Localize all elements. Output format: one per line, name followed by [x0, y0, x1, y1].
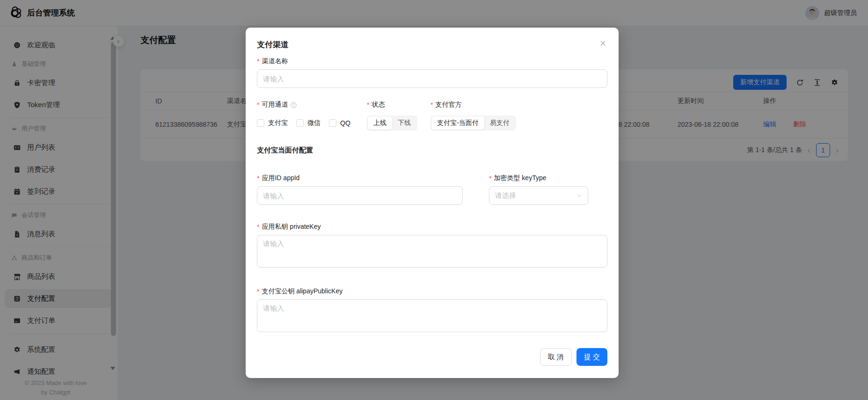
- provider-label: 支付官方: [430, 101, 607, 109]
- alipay-config-section-title: 支付宝当面付配置: [257, 146, 607, 155]
- app-id-input[interactable]: [257, 186, 463, 205]
- provider-option-epay[interactable]: 易支付: [484, 116, 515, 130]
- select-placeholder: 请选择: [495, 191, 516, 200]
- channel-name-input[interactable]: [257, 69, 607, 88]
- question-circle-icon[interactable]: [290, 102, 297, 109]
- status-label: 状态: [367, 101, 430, 109]
- checkbox-box[interactable]: [329, 119, 336, 127]
- key-type-label: 加密类型 keyType: [489, 174, 588, 182]
- checkbox-box[interactable]: [257, 119, 264, 127]
- alipay-public-key-textarea[interactable]: [257, 299, 607, 332]
- payment-channel-modal: 支付渠道 渠道名称 可用通道 支付宝: [246, 28, 619, 378]
- checkbox-box[interactable]: [296, 119, 304, 127]
- modal-title: 支付渠道: [257, 39, 607, 50]
- channels-label: 可用通道: [257, 101, 367, 109]
- private-key-label: 应用私钥 privateKey: [257, 223, 607, 231]
- key-type-select[interactable]: 请选择: [489, 186, 588, 205]
- private-key-textarea[interactable]: [257, 235, 607, 268]
- app-root: 后台管理系统 超级管理员 欢迎观临 基础管理: [0, 0, 868, 400]
- status-option-online[interactable]: 上线: [368, 116, 392, 130]
- channel-name-label: 渠道名称: [257, 57, 607, 65]
- app-id-label: 应用ID appId: [257, 174, 463, 182]
- status-option-offline[interactable]: 下线: [392, 116, 416, 130]
- submit-button[interactable]: 提 交: [576, 348, 607, 366]
- checkbox-qq[interactable]: QQ: [329, 119, 350, 127]
- status-segmented: 上线 下线: [367, 116, 417, 131]
- chevron-down-icon: [576, 193, 582, 198]
- modal-footer: 取 消 提 交: [257, 348, 607, 366]
- cancel-button[interactable]: 取 消: [540, 348, 572, 366]
- channel-checkbox-group: 支付宝 微信 QQ: [257, 116, 367, 131]
- checkbox-wechat[interactable]: 微信: [296, 119, 321, 127]
- checkbox-alipay[interactable]: 支付宝: [257, 119, 288, 127]
- alipay-public-key-label: 支付宝公钥 alipayPublicKey: [257, 287, 607, 296]
- provider-option-alipay-f2f[interactable]: 支付宝-当面付: [431, 116, 484, 130]
- close-icon[interactable]: [599, 40, 606, 47]
- provider-segmented: 支付宝-当面付 易支付: [430, 116, 516, 131]
